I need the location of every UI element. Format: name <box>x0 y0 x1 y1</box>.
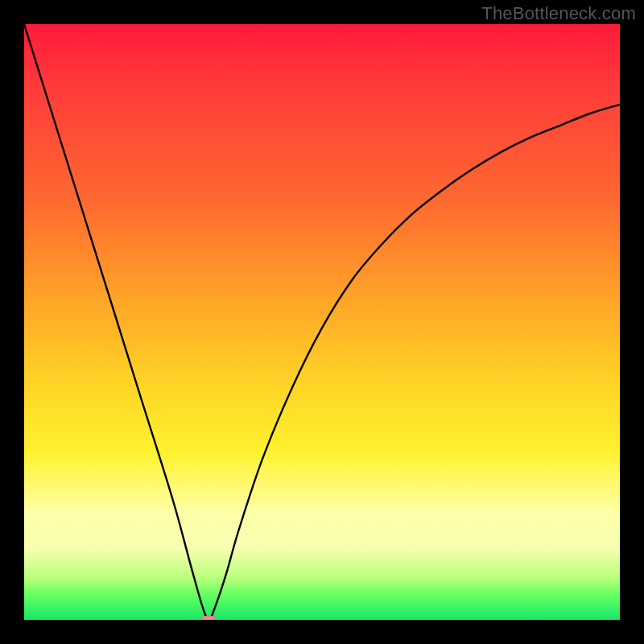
watermark-text: TheBottleneck.com <box>481 3 636 24</box>
bottleneck-curve <box>24 24 620 620</box>
plot-area <box>24 24 620 620</box>
chart-frame: TheBottleneck.com <box>0 0 644 644</box>
optimal-point-marker <box>201 616 216 620</box>
